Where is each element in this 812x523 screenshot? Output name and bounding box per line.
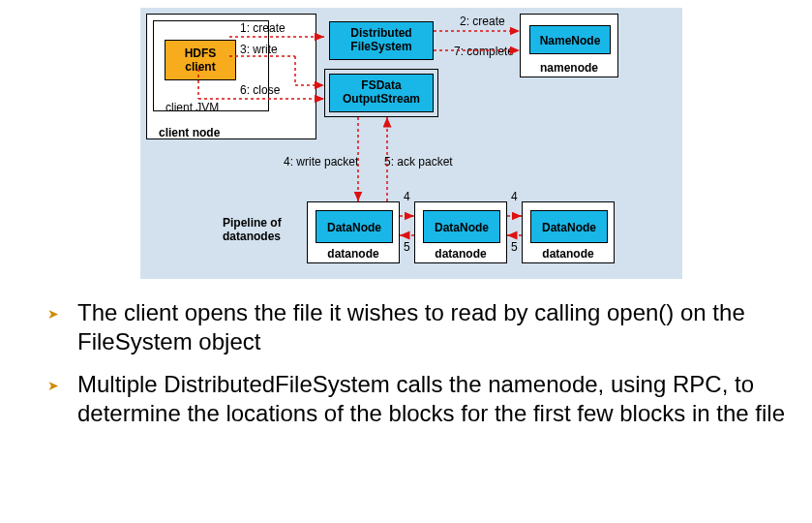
datanode-2-label: datanode xyxy=(415,247,506,261)
namenode-label: namenode xyxy=(521,61,617,75)
edge-3-write: 3: write xyxy=(240,43,278,56)
edge-7-complete: 7: complete xyxy=(454,45,514,58)
datanode-3-box: DataNode xyxy=(530,210,608,243)
edge-5-ack-packet: 5: ack packet xyxy=(384,155,453,169)
bullet-2-text: Multiple DistributedFileSystem calls the… xyxy=(77,370,794,428)
edge-5b: 5 xyxy=(511,240,518,254)
fsdata-outputstream-box: FSDataOutputStream xyxy=(329,74,434,112)
edge-4b: 4 xyxy=(511,190,518,203)
namenode-box: NameNode xyxy=(529,25,611,54)
edge-4-write-packet: 4: write packet xyxy=(284,155,358,169)
edge-1-create: 1: create xyxy=(240,21,286,35)
pipeline-label: Pipeline ofdatanodes xyxy=(223,216,282,244)
datanode-1-container: DataNode datanode xyxy=(307,201,400,263)
bullet-1-text: The client opens the file it wishes to r… xyxy=(77,298,794,356)
bullet-arrow-icon: ➤ xyxy=(29,370,77,393)
namenode-container: NameNode namenode xyxy=(520,14,618,77)
distributed-filesystem-box: DistributedFileSystem xyxy=(329,21,434,60)
datanode-1-box: DataNode xyxy=(316,210,393,243)
datanode-2-box: DataNode xyxy=(423,210,500,243)
bullet-2: ➤ Multiple DistributedFileSystem calls t… xyxy=(29,370,794,428)
edge-5a: 5 xyxy=(404,240,410,254)
edge-2-create: 2: create xyxy=(460,15,505,28)
bullet-1: ➤ The client opens the file it wishes to… xyxy=(29,298,794,356)
hdfs-client-box: HDFSclient xyxy=(165,40,236,80)
client-node-label: client node xyxy=(159,126,220,139)
edge-4a: 4 xyxy=(404,190,410,203)
bullet-list: ➤ The client opens the file it wishes to… xyxy=(29,298,794,442)
hdfs-write-diagram: HDFSclient client JVM client node Distri… xyxy=(140,8,682,279)
datanode-3-container: DataNode datanode xyxy=(522,201,615,263)
datanode-3-label: datanode xyxy=(523,247,614,261)
client-jvm-label: client JVM xyxy=(165,101,219,114)
datanode-2-container: DataNode datanode xyxy=(414,201,507,263)
client-node-box: HDFSclient client JVM client node xyxy=(146,14,316,139)
edge-6-close: 6: close xyxy=(240,83,280,97)
datanode-1-label: datanode xyxy=(308,247,399,261)
bullet-arrow-icon: ➤ xyxy=(29,298,77,322)
